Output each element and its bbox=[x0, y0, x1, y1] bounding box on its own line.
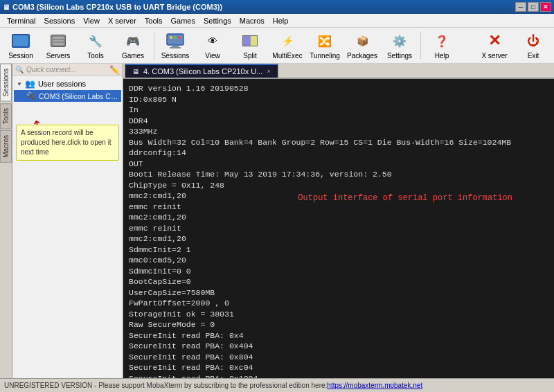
svg-rect-0 bbox=[167, 34, 184, 45]
search-icon: 🔍 bbox=[15, 66, 24, 73]
terminal-line: OUT bbox=[129, 159, 548, 170]
terminal-line: SecureInit read PBA: 0xc04 bbox=[129, 362, 548, 373]
terminal-line: SecureInit read PBA: 0x1004 bbox=[129, 373, 548, 378]
com3-session-item[interactable]: 🔌 COM3 (Silicon Labs CP210x US bbox=[14, 90, 121, 102]
exit-icon: ⏻ bbox=[524, 32, 543, 51]
user-sessions-icon: 👥 bbox=[25, 79, 35, 89]
quick-connect-label: Quick connect... bbox=[26, 66, 76, 73]
status-unregistered: UNREGISTERED VERSION - Please support Mo… bbox=[4, 382, 327, 389]
title-bar-left: 🖥 COM3 (Silicon Labs CP210x USB to UART … bbox=[3, 3, 222, 11]
annotation-box: A session record will be produced here,c… bbox=[16, 125, 119, 161]
tab-sessions[interactable]: Sessions bbox=[0, 64, 12, 102]
menu-macros[interactable]: Macros bbox=[235, 15, 269, 26]
toolbar: Session Servers 🔧 Tools 🎮 Games bbox=[0, 28, 554, 64]
sessions-icon bbox=[166, 32, 185, 51]
tools-button[interactable]: 🔧 Tools bbox=[78, 30, 114, 62]
xserver-icon: ✕ bbox=[485, 32, 504, 51]
menu-sessions[interactable]: Sessions bbox=[40, 15, 80, 26]
help-icon: ❓ bbox=[432, 32, 452, 51]
packages-button[interactable]: 📦 Packages bbox=[344, 30, 380, 62]
toolbar-right: ✕ X server ⏻ Exit bbox=[476, 30, 551, 62]
terminal-line: emmc reinit bbox=[129, 223, 548, 234]
terminal-line: SecureInit read PBA: 0x804 bbox=[129, 352, 548, 363]
svg-rect-1 bbox=[172, 45, 179, 47]
status-link[interactable]: https://mobaxterm.mobatek.net bbox=[327, 382, 422, 389]
terminal-line: mmc2:cmd1,20 bbox=[129, 233, 548, 244]
tab-title: 4. COM3 (Silicon Labs CP210x U... bbox=[143, 67, 262, 75]
tab-close-button[interactable]: × bbox=[267, 68, 270, 75]
menu-terminal[interactable]: Terminal bbox=[3, 15, 40, 26]
terminal-line: BootCapSize=0 bbox=[129, 276, 548, 287]
minimize-button[interactable]: ─ bbox=[515, 2, 526, 12]
menu-tools[interactable]: Tools bbox=[141, 15, 167, 26]
menu-games[interactable]: Games bbox=[167, 15, 199, 26]
terminal-line: Bus Width=32 Col=10 Bank=4 Bank Group=2 … bbox=[129, 137, 548, 148]
annotation-text: A session record will be produced here,c… bbox=[21, 129, 111, 156]
com3-label: COM3 (Silicon Labs CP210x US bbox=[39, 92, 118, 100]
servers-icon bbox=[48, 32, 68, 51]
content-area: 🖥 4. COM3 (Silicon Labs CP210x U... × DD… bbox=[123, 64, 554, 378]
games-button[interactable]: 🎮 Games bbox=[115, 30, 151, 62]
expand-arrow-icon: ▼ bbox=[17, 81, 22, 87]
terminal-line: 333MHz bbox=[129, 126, 548, 137]
menu-help[interactable]: Help bbox=[269, 15, 293, 26]
close-button[interactable]: ✕ bbox=[540, 2, 551, 12]
terminal-area[interactable]: DDR version 1.16 20190528 ID:0x805 N In … bbox=[123, 79, 554, 378]
view-icon: 👁 bbox=[203, 32, 222, 51]
terminal-line: ID:0x805 N bbox=[129, 94, 548, 105]
terminal-line: StorageInit ok = 38031 bbox=[129, 309, 548, 320]
terminal-line: SdmmcInit=2 1 bbox=[129, 244, 548, 256]
maximize-button[interactable]: □ bbox=[528, 2, 539, 12]
terminal-line: mmc0:cmd5,20 bbox=[129, 255, 548, 266]
terminal-line: SdmmcInit=0 0 bbox=[129, 266, 548, 277]
terminal-line: DDR version 1.16 20190528 bbox=[129, 83, 548, 94]
menu-bar: Terminal Sessions View X server Tools Ga… bbox=[0, 14, 554, 28]
settings-button[interactable]: ⚙️ Settings bbox=[382, 30, 418, 62]
terminal-line: ChipType = 0x11, 248 bbox=[129, 180, 548, 191]
terminal-line: SecureInit read PBA: 0x404 bbox=[129, 341, 548, 352]
edit-icon[interactable]: ✏️ bbox=[109, 65, 120, 75]
sidebar-tabs: Sessions Tools Macros bbox=[0, 64, 12, 378]
tools-icon: 🔧 bbox=[86, 32, 105, 51]
split-icon bbox=[240, 32, 260, 51]
svg-point-5 bbox=[178, 36, 181, 39]
main-area: Sessions Tools Macros 🔍 Quick connect...… bbox=[0, 64, 554, 378]
output-label: Output interface of serial port informat… bbox=[298, 193, 512, 204]
menu-xserver[interactable]: X server bbox=[104, 15, 141, 26]
packages-icon: 📦 bbox=[352, 32, 372, 51]
user-sessions-item[interactable]: ▼ 👥 User sessions bbox=[14, 78, 121, 90]
toolbar-separator bbox=[154, 32, 154, 60]
session-icon bbox=[11, 32, 30, 51]
menu-settings[interactable]: Settings bbox=[199, 15, 235, 26]
svg-point-3 bbox=[170, 36, 172, 39]
terminal-line: ddrconfig:14 bbox=[129, 148, 548, 159]
terminal-line: Raw SecureMode = 0 bbox=[129, 319, 548, 330]
sessions-button[interactable]: Sessions bbox=[157, 30, 193, 62]
tunneling-button[interactable]: 🔀 Tunneling bbox=[307, 30, 343, 62]
terminal-tab[interactable]: 🖥 4. COM3 (Silicon Labs CP210x U... × bbox=[125, 64, 278, 78]
toolbar-separator-2 bbox=[420, 32, 421, 60]
tab-macros[interactable]: Macros bbox=[0, 130, 12, 163]
terminal-line: mmc2:cmd1,20 bbox=[129, 212, 548, 223]
terminal-line: DDR4 bbox=[129, 116, 548, 127]
terminal-line: In bbox=[129, 105, 548, 116]
servers-button[interactable]: Servers bbox=[40, 30, 76, 62]
tunneling-icon: 🔀 bbox=[315, 32, 334, 51]
multiexec-button[interactable]: ⚡ MultiExec bbox=[269, 30, 305, 62]
title-bar-controls: ─ □ ✕ bbox=[515, 2, 551, 12]
split-button[interactable]: Split bbox=[232, 30, 268, 62]
games-icon: 🎮 bbox=[123, 32, 143, 51]
menu-view[interactable]: View bbox=[79, 15, 104, 26]
xserver-button[interactable]: ✕ X server bbox=[476, 30, 512, 62]
com-port-icon: 🔌 bbox=[26, 91, 36, 100]
session-tree: ▼ 👥 User sessions 🔌 COM3 (Silicon Labs C… bbox=[12, 76, 123, 378]
exit-button[interactable]: ⏻ Exit bbox=[515, 30, 551, 62]
view-button[interactable]: 👁 View bbox=[195, 30, 231, 62]
user-sessions-label: User sessions bbox=[38, 80, 86, 88]
quick-connect-bar[interactable]: 🔍 Quick connect... bbox=[12, 64, 123, 76]
tab-tools[interactable]: Tools bbox=[0, 103, 12, 129]
session-button[interactable]: Session bbox=[3, 30, 39, 62]
title-bar: 🖥 COM3 (Silicon Labs CP210x USB to UART … bbox=[0, 0, 554, 14]
help-button[interactable]: ❓ Help bbox=[424, 30, 460, 62]
terminal-line: FwPartOffset=2000 , 0 bbox=[129, 298, 548, 309]
